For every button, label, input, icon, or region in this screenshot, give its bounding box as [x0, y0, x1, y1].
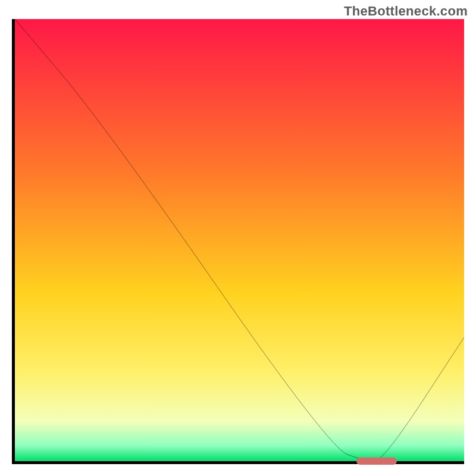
chart-container: TheBottleneck.com	[0, 0, 476, 476]
plot-frame	[12, 19, 464, 464]
bottleneck-curve	[15, 19, 464, 461]
optimal-range-marker	[356, 458, 397, 465]
watermark-text: TheBottleneck.com	[344, 4, 468, 19]
